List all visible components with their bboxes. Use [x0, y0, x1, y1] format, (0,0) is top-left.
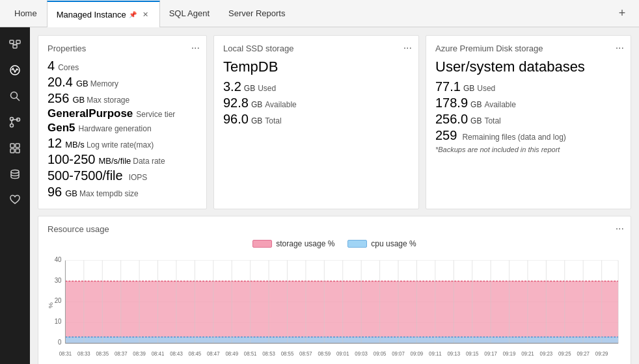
svg-rect-1: [16, 40, 20, 44]
svg-text:%: %: [48, 302, 54, 308]
legend-cpu-label: cpu usage %: [371, 239, 416, 248]
tab-managed-instance[interactable]: Managed Instance 📌 ✕: [47, 1, 160, 27]
sidebar-item-databases[interactable]: [3, 162, 27, 186]
azure-available: 178.9 GB Available: [435, 96, 621, 110]
prop-cores: 4 Cores: [48, 58, 197, 73]
activity-icon: [9, 64, 21, 76]
svg-text:09:23: 09:23: [540, 351, 553, 357]
properties-menu[interactable]: ···: [191, 42, 200, 54]
svg-text:09:07: 09:07: [392, 351, 405, 357]
svg-text:09:21: 09:21: [521, 351, 534, 357]
svg-text:09:19: 09:19: [503, 351, 516, 357]
tab-home[interactable]: Home: [5, 0, 47, 27]
legend-cpu-swatch: [347, 240, 367, 248]
local-ssd-menu[interactable]: ···: [403, 42, 412, 54]
local-ssd-available: 92.8 GB Available: [223, 96, 409, 110]
svg-text:09:11: 09:11: [429, 351, 442, 357]
svg-text:08:45: 08:45: [189, 351, 202, 357]
svg-text:08:39: 08:39: [133, 351, 146, 357]
svg-rect-13: [16, 144, 20, 148]
prop-tier: GeneralPurpose Service tier: [48, 107, 197, 120]
sidebar-item-activity[interactable]: [3, 58, 27, 82]
sidebar-item-heart[interactable]: [3, 188, 27, 212]
resource-menu[interactable]: ···: [616, 223, 624, 235]
legend-storage: storage usage %: [252, 239, 334, 248]
properties-card: Properties ··· 4 Cores 20.4 GB Memory 25…: [38, 35, 207, 209]
extensions-icon: [9, 142, 21, 154]
resource-header: Resource usage: [48, 224, 621, 234]
tab-sql-agent-label: SQL Agent: [169, 8, 210, 18]
svg-line-4: [15, 44, 18, 45]
svg-rect-15: [16, 149, 20, 153]
legend-cpu: cpu usage %: [347, 239, 416, 248]
prop-memory: 20.4 GB Memory: [48, 75, 197, 90]
azure-disk-card: Azure Premium Disk storage ··· User/syst…: [426, 35, 631, 209]
svg-text:09:27: 09:27: [577, 351, 590, 357]
new-tab-button[interactable]: +: [610, 2, 634, 25]
properties-header: Properties: [48, 44, 197, 53]
search-icon: [9, 90, 21, 102]
svg-text:40: 40: [55, 255, 62, 263]
sidebar-item-git[interactable]: [3, 110, 27, 134]
azure-used: 77.1 GB Used: [435, 79, 621, 94]
heart-icon: [9, 194, 21, 206]
local-ssd-title: TempDB: [223, 58, 409, 75]
connections-icon: [9, 38, 21, 50]
svg-text:08:31: 08:31: [59, 351, 72, 357]
databases-icon: [9, 168, 21, 180]
prop-datarate: 100-250 MB/s/file Data rate: [48, 152, 197, 167]
content-area: Properties ··· 4 Cores 20.4 GB Memory 25…: [30, 27, 639, 364]
svg-point-16: [11, 170, 19, 174]
sidebar: [0, 27, 30, 364]
tab-server-reports[interactable]: Server Reports: [219, 0, 295, 27]
chart-area: 40 30 20 10 0 %: [48, 254, 621, 364]
local-ssd-header: Local SSD storage: [223, 44, 409, 53]
svg-rect-14: [10, 149, 14, 153]
azure-remaining: 259 Remaining files (data and log): [435, 128, 621, 143]
tab-managed-instance-label: Managed Instance: [57, 10, 126, 20]
tab-server-reports-label: Server Reports: [228, 8, 285, 18]
sidebar-item-search[interactable]: [3, 84, 27, 108]
tab-home-label: Home: [14, 8, 37, 18]
azure-total: 256.0 GB Total: [435, 112, 621, 127]
local-ssd-total: 96.0 GB Total: [223, 112, 409, 127]
svg-text:20: 20: [55, 297, 62, 304]
svg-text:09:25: 09:25: [558, 351, 571, 357]
cpu-fill: [65, 337, 618, 344]
legend-storage-label: storage usage %: [276, 239, 334, 248]
prop-gen: Gen5 Hardware generation: [48, 122, 197, 135]
tab-bar: Home Managed Instance 📌 ✕ SQL Agent Serv…: [0, 0, 639, 27]
prop-iops: 500-7500/file IOPS: [48, 168, 197, 183]
prop-tempdb: 96 GB Max tempdb size: [48, 185, 197, 200]
svg-text:30: 30: [55, 276, 62, 283]
tab-close-managed-instance[interactable]: ✕: [141, 10, 150, 20]
svg-rect-0: [10, 40, 14, 44]
svg-rect-12: [10, 144, 14, 148]
svg-text:09:09: 09:09: [411, 351, 424, 357]
svg-text:09:01: 09:01: [336, 351, 349, 357]
svg-text:08:35: 08:35: [96, 351, 109, 357]
svg-text:08:41: 08:41: [152, 351, 165, 357]
sidebar-item-connections[interactable]: [3, 32, 27, 56]
sidebar-item-extensions[interactable]: [3, 136, 27, 160]
svg-text:09:29: 09:29: [595, 351, 608, 357]
prop-logwrite: 12 MB/s Log write rate(max): [48, 136, 197, 151]
svg-text:09:13: 09:13: [447, 351, 460, 357]
svg-text:08:59: 08:59: [318, 351, 331, 357]
azure-disk-menu[interactable]: ···: [616, 42, 624, 54]
svg-text:08:55: 08:55: [281, 351, 294, 357]
resource-chart-svg: 40 30 20 10 0 %: [48, 254, 621, 364]
svg-text:08:37: 08:37: [115, 351, 128, 357]
svg-line-7: [16, 98, 20, 101]
svg-rect-2: [13, 45, 17, 48]
prop-storage: 256 GB Max storage: [48, 91, 197, 106]
tab-sql-agent[interactable]: SQL Agent: [160, 0, 219, 27]
svg-text:08:33: 08:33: [77, 351, 90, 357]
svg-text:08:43: 08:43: [170, 351, 183, 357]
svg-point-9: [10, 124, 14, 127]
svg-text:10: 10: [55, 318, 62, 325]
azure-disk-title: User/system databases: [435, 58, 621, 75]
storage-fill: [65, 281, 618, 344]
svg-text:08:57: 08:57: [299, 351, 312, 357]
cards-row: Properties ··· 4 Cores 20.4 GB Memory 25…: [38, 35, 631, 209]
